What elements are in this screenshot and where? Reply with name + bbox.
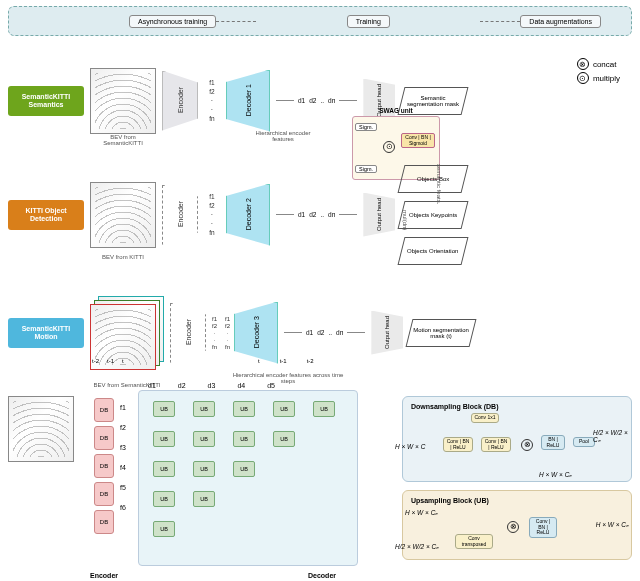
us-out: H × W × Cₑ <box>596 521 629 529</box>
output-head-3: Output head <box>371 311 403 355</box>
out-orient: Objects Orientation <box>398 237 469 265</box>
us-in-top: H × W × Cₑ <box>405 509 438 517</box>
d-row-2: d1d2..dn <box>276 211 357 218</box>
ds-in-dim: H × W × C <box>395 443 425 450</box>
hier-caption-1: Hierarchical encoder features <box>248 130 318 142</box>
downsampling-panel: Downsampling Block (DB) H × W × C Conv |… <box>402 396 632 482</box>
ds-pool: Pool <box>573 437 595 447</box>
swag-mul-icon: ⊙ <box>383 141 395 153</box>
ub: UB <box>193 461 215 477</box>
ds-bnrelu: BN | ReLU <box>541 435 565 450</box>
decoder-grid: UB UB UB UB UB UB UB UB UB UB UB UB UB U… <box>138 390 358 566</box>
out-col-2: Objects Box Objects Keypoints Objects Or… <box>401 165 465 265</box>
ub: UB <box>233 431 255 447</box>
ds-conv1x1: Conv 1x1 <box>471 413 499 423</box>
d-row-1: d1d2..dn <box>276 97 357 104</box>
label-motion: SemanticKITTI Motion <box>8 318 84 348</box>
decoder-caption: Decoder <box>308 572 336 579</box>
decoder-2: Decoder 2 <box>226 184 270 246</box>
bev-image-semantics <box>90 68 156 134</box>
ds-out-top: H/2 × W/2 × Cₑ <box>593 429 633 444</box>
db-1: DB <box>94 398 114 422</box>
ub: UB <box>153 491 175 507</box>
feat-col-1: f1f2··fn <box>204 79 220 122</box>
ub: UB <box>193 491 215 507</box>
ub: UB <box>193 401 215 417</box>
encoder-3: Encoder <box>170 303 206 363</box>
ub: UB <box>313 401 335 417</box>
ds-convbnrelu-2: Conv | BN | ReLU <box>481 437 511 452</box>
us-title: Upsampling Block (UB) <box>411 497 623 504</box>
ub: UB <box>153 401 175 417</box>
encoder-column: DB DB DB DB DB <box>94 398 114 534</box>
training-box: Training <box>347 15 390 28</box>
ub: UB <box>273 431 295 447</box>
arrow-right <box>480 21 520 22</box>
bev-image-detection <box>90 182 156 248</box>
augment-box: Data augmentations <box>520 15 601 28</box>
arrow-left <box>216 21 256 22</box>
decoder-3: Decoder 3 <box>234 302 278 364</box>
time-col-labels: t t-1 t-2 <box>258 358 314 364</box>
bev-caption-2: BEV from KITTI <box>90 254 156 260</box>
ub: UB <box>233 401 255 417</box>
out-box: Objects Box <box>398 165 469 193</box>
stream-detection: KITTI Object Detection BEV from KITTI En… <box>8 162 632 267</box>
ds-out-side: H × W × Cₑ <box>539 471 572 479</box>
ub: UB <box>153 461 175 477</box>
d-row-3: d1d2..dn <box>284 329 365 336</box>
stream-semantics: SemanticKITTI Semantics BEV from Semanti… <box>8 48 632 153</box>
label-semantics: SemanticKITTI Semantics <box>8 86 84 116</box>
ds-convbnrelu-1: Conv | BN | ReLU <box>443 437 473 452</box>
out-kp: Objects Keypoints <box>398 201 469 229</box>
ub: UB <box>193 431 215 447</box>
ds-concat-icon: ⊗ <box>521 439 533 451</box>
db-2: DB <box>94 426 114 450</box>
stream-motion: SemanticKITTI Motion BEV from SemanticKI… <box>8 280 632 385</box>
swag-conv: Conv | BN | Sigmoid <box>401 133 435 148</box>
ub: UB <box>153 521 175 537</box>
ub: UB <box>233 461 255 477</box>
encoder-caption: Encoder <box>90 572 118 579</box>
us-convbnrelu: Conv | BN | ReLU <box>529 517 557 538</box>
encoder-2: Encoder <box>162 185 198 245</box>
async-training-box: Asynchronous training <box>129 15 216 28</box>
sigm-top: Sigm. <box>355 123 377 131</box>
db-5: DB <box>94 510 114 534</box>
decoder-1: Decoder 1 <box>226 70 270 132</box>
ds-title: Downsampling Block (DB) <box>411 403 623 410</box>
label-detection: KITTI Object Detection <box>8 200 84 230</box>
db-4: DB <box>94 482 114 506</box>
db-3: DB <box>94 454 114 478</box>
us-in-bottom: H/2 × W/2 × Cₑ <box>395 543 445 551</box>
bev-caption-1: BEV from SemanticKITTI <box>90 134 156 146</box>
d-labels: d1 d2 d3 d4 d5 <box>148 382 275 389</box>
upsampling-panel: Upsampling Block (UB) H × W × Cₑ H/2 × W… <box>402 490 632 560</box>
ub: UB <box>273 401 295 417</box>
time-labels: t-2 t-1 t <box>92 358 124 364</box>
feat-col-3: f1f2··fn f1f2··fn f1f2··fn <box>212 316 228 350</box>
out-motion: Motion segmentation mask (t) <box>406 319 477 347</box>
us-concat-icon: ⊗ <box>507 521 519 533</box>
us-convtrans: Conv transposed <box>455 534 493 549</box>
ub: UB <box>153 431 175 447</box>
feat-col-2: f1f2··fn <box>204 193 220 236</box>
bottom-bev <box>8 396 74 462</box>
output-head-2: Output head <box>363 193 395 237</box>
training-bar: Asynchronous training Training Data augm… <box>8 6 632 36</box>
swag-title: SWAG unit <box>379 107 413 114</box>
f-labels: f1 f2 f3 f4 f5 f6 <box>120 404 126 511</box>
bottom-area: DB DB DB DB DB f1 f2 f3 f4 f5 f6 d1 d2 d… <box>8 396 632 575</box>
encoder-1: Encoder <box>162 71 198 131</box>
